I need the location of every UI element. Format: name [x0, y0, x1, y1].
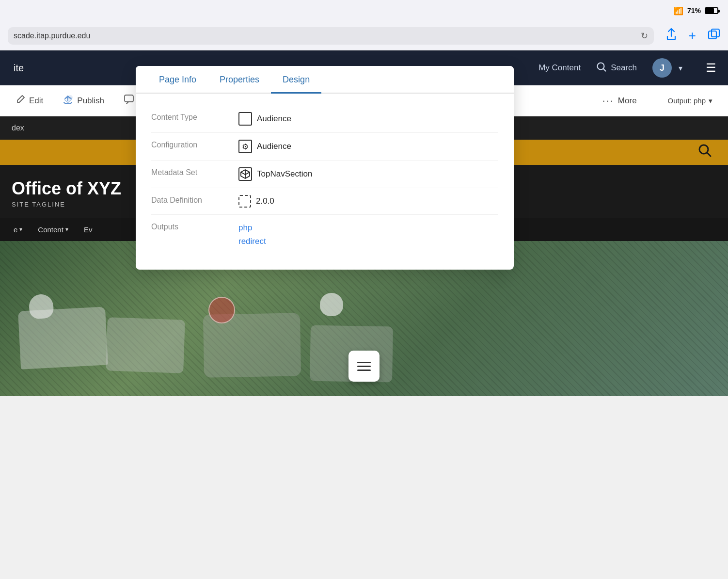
tabs-icon[interactable]	[708, 28, 720, 44]
outputs-label: Outputs	[151, 222, 238, 231]
tab-design[interactable]: Design	[271, 66, 321, 93]
nav-item-label: e	[14, 225, 17, 234]
url-text: scade.itap.purdue.edu	[14, 32, 90, 40]
data-definition-label: Data Definition	[151, 195, 238, 205]
svg-rect-1	[712, 29, 719, 37]
helmet-2	[208, 297, 235, 323]
content-type-label: Content Type	[151, 112, 238, 122]
nav-item-content[interactable]: Content ▾	[32, 223, 74, 237]
comments-icon	[124, 94, 134, 107]
publish-button[interactable]: Publish	[63, 94, 104, 107]
edit-button[interactable]: Edit	[16, 95, 43, 107]
site-search-icon[interactable]	[698, 144, 712, 161]
publish-icon	[63, 94, 73, 107]
publish-label: Publish	[77, 96, 104, 106]
nav-item-events[interactable]: Ev	[78, 223, 98, 237]
kart-shape-1	[18, 306, 108, 369]
content-type-row: Content Type Audience	[151, 105, 498, 133]
output-dropdown-icon: ▾	[709, 96, 712, 105]
index-text: dex	[12, 124, 24, 132]
bottom-menu-button[interactable]	[348, 351, 380, 382]
configuration-text: Audience	[257, 142, 291, 151]
battery-icon	[705, 7, 718, 14]
browser-icons: +	[665, 28, 720, 44]
data-definition-row: Data Definition 2.0.0	[151, 188, 498, 215]
metadata-set-text: TopNavSection	[257, 169, 312, 179]
add-tab-icon[interactable]: +	[689, 28, 696, 43]
configuration-label: Configuration	[151, 140, 238, 149]
cms-nav-items: My Content Search J ▾ ☰	[538, 58, 716, 78]
metadata-set-value: TopNavSection	[238, 167, 312, 181]
content-type-value: Audience	[238, 112, 291, 126]
nav-dropdown-icon: ▾	[65, 226, 68, 233]
metadata-set-label: Metadata Set	[151, 167, 238, 177]
tab-page-info[interactable]: Page Info	[147, 66, 208, 93]
outputs-row: Outputs php redirect	[151, 215, 498, 254]
edit-icon	[16, 95, 25, 107]
more-icon: ···	[602, 95, 614, 107]
edit-label: Edit	[29, 96, 43, 106]
data-definition-text: 2.0.0	[256, 196, 274, 206]
battery-fill	[706, 8, 714, 13]
configuration-row: Configuration ⚙ Audience	[151, 133, 498, 161]
chevron-down-icon[interactable]: ▾	[679, 64, 682, 73]
url-bar[interactable]: scade.itap.purdue.edu ↻	[8, 27, 654, 45]
kart-shape-2	[106, 317, 185, 373]
gear-icon: ⚙	[238, 140, 252, 153]
menu-line-3	[357, 370, 371, 371]
share-icon[interactable]	[665, 28, 677, 44]
output-selector[interactable]: Output: php ▾	[668, 96, 712, 105]
browser-bar: scade.itap.purdue.edu ↻ +	[0, 21, 728, 50]
status-bar: 📶 71%	[0, 0, 728, 21]
output-redirect-link[interactable]: redirect	[238, 235, 266, 248]
dashed-box-icon	[238, 195, 251, 208]
content-type-text: Audience	[257, 114, 291, 124]
metadata-set-row: Metadata Set TopNavSection	[151, 161, 498, 188]
tab-properties[interactable]: Properties	[208, 66, 271, 93]
nav-item-home[interactable]: e ▾	[8, 223, 28, 237]
search-icon	[596, 62, 607, 75]
helmet-3	[320, 293, 343, 316]
more-button[interactable]: ··· More	[602, 95, 637, 107]
user-avatar[interactable]: J	[652, 58, 672, 78]
output-php-link[interactable]: php	[238, 222, 252, 234]
panel-tabs: Page Info Properties Design	[136, 66, 514, 94]
hamburger-menu-icon[interactable]: ☰	[706, 61, 716, 75]
configuration-value: ⚙ Audience	[238, 140, 291, 153]
panel-content: Content Type Audience Configuration ⚙ Au…	[136, 94, 514, 270]
svg-rect-0	[709, 31, 716, 39]
menu-line-1	[357, 362, 371, 363]
nav-item-label: Ev	[84, 225, 93, 234]
outputs-value: php redirect	[238, 222, 266, 247]
more-label: More	[618, 96, 637, 106]
site-brand: ite	[12, 63, 24, 74]
cube-icon	[238, 167, 252, 181]
output-label: Output: php	[668, 96, 706, 105]
battery-percent: 71%	[687, 7, 701, 15]
svg-rect-4	[125, 95, 133, 102]
data-definition-value: 2.0.0	[238, 195, 274, 208]
refresh-icon[interactable]: ↻	[641, 31, 648, 41]
nav-dropdown-icon: ▾	[19, 226, 22, 233]
wifi-icon: 📶	[674, 6, 683, 16]
details-panel: Page Info Properties Design Content Type…	[136, 66, 514, 270]
my-content-link[interactable]: My Content	[538, 63, 581, 73]
nav-item-label: Content	[38, 225, 63, 234]
search-label: Search	[611, 63, 637, 73]
menu-line-2	[357, 366, 371, 367]
user-menu[interactable]: J ▾	[652, 58, 682, 78]
grid-icon	[238, 112, 252, 126]
search-button[interactable]: Search	[596, 62, 637, 75]
